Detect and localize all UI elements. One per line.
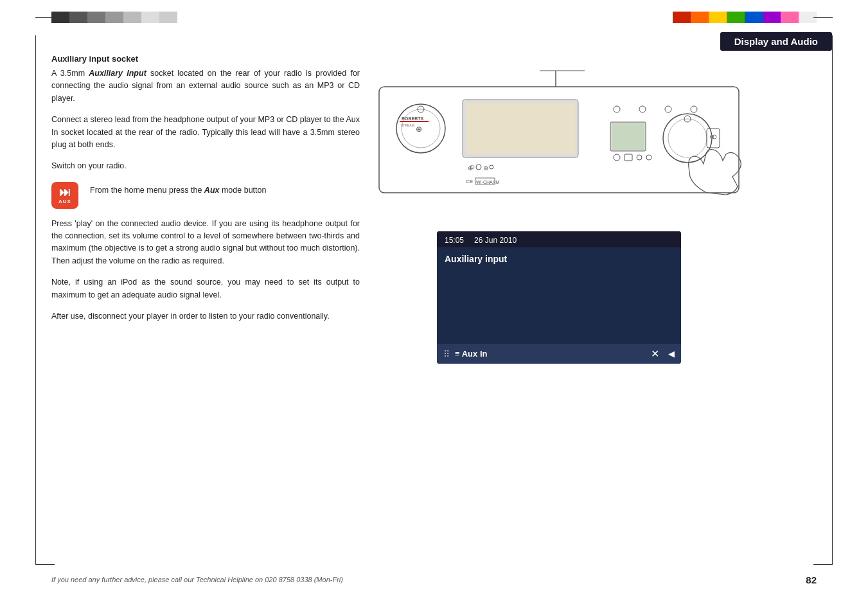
bottom-border-line-right (813, 564, 833, 565)
display-body: Auxiliary input (437, 247, 681, 344)
svg-text:⊕: ⊕ (483, 164, 488, 172)
radio-display-screen: 15:05 26 Jun 2010 Auxiliary input ⠿ ≡ Au… (437, 231, 681, 364)
svg-point-32 (614, 154, 620, 161)
display-mode-label: ≡ Aux In (455, 349, 646, 359)
svg-point-14 (490, 165, 493, 169)
color-bar-left (51, 12, 177, 23)
paragraph-5: Note, if using an iPod as the sound sour… (51, 276, 360, 301)
svg-rect-33 (624, 154, 632, 161)
top-border-line-left (35, 17, 55, 18)
svg-point-24 (663, 114, 712, 163)
page-title: Auxiliary input socket (51, 54, 138, 64)
radio-device-image: ⊕ ROBERTS STREAM ⊕ ⊕ CE WI-CHARM (366, 67, 752, 215)
display-mode-title: Auxiliary input (445, 254, 673, 264)
footer-helpline-note: If you need any further advice, please c… (51, 576, 343, 583)
bottom-border-line-left (35, 564, 55, 565)
paragraph-1: A 3.5mm Auxiliary Input socket located o… (51, 67, 360, 105)
svg-rect-8 (400, 121, 429, 122)
left-border-line (35, 35, 36, 565)
display-close-button[interactable]: ✕ (651, 348, 659, 360)
page-number: 82 (806, 574, 817, 585)
svg-point-35 (646, 155, 651, 160)
display-footer: ⠿ ≡ Aux In ✕ ◀ (437, 344, 681, 364)
svg-rect-11 (466, 103, 575, 154)
svg-point-12 (476, 164, 481, 170)
paragraph-4: Press 'play' on the connected audio devi… (51, 218, 360, 268)
aux-instruction: From the home menu press the Aux mode bu… (90, 184, 266, 197)
display-date: 26 Jun 2010 (474, 236, 517, 245)
svg-point-23 (691, 106, 697, 112)
svg-point-21 (639, 106, 646, 112)
section-header: Display and Audio (720, 32, 832, 51)
paragraph-3: Switch on your radio. (51, 160, 360, 172)
svg-point-20 (614, 106, 620, 112)
paragraph-6: After use, disconnect your player in ord… (51, 310, 360, 323)
svg-point-34 (637, 155, 642, 160)
aux-label: AUX (58, 199, 71, 204)
svg-point-22 (665, 106, 671, 112)
display-header: 15:05 26 Jun 2010 (437, 231, 681, 247)
right-border-line (832, 35, 833, 565)
color-bar-right (673, 12, 817, 23)
aux-icon-row: ⏭ AUX From the home menu press the Aux m… (51, 182, 360, 209)
content-area: A 3.5mm Auxiliary Input socket located o… (51, 67, 360, 332)
svg-text:WI-CHARM: WI-CHARM (476, 180, 500, 184)
aux-arrow-icon: ⏭ (59, 186, 71, 198)
svg-text:CE: CE (466, 179, 473, 184)
svg-text:ROBERTS: ROBERTS (402, 116, 424, 121)
svg-text:STREAM: STREAM (401, 123, 414, 127)
svg-text:⊕: ⊕ (416, 125, 422, 134)
paragraph-2: Connect a stereo lead from the headphone… (51, 114, 360, 151)
svg-rect-28 (612, 123, 644, 150)
aux-mode-button-icon: ⏭ AUX (51, 182, 78, 209)
display-menu-icon: ⠿ (443, 349, 450, 359)
svg-point-25 (668, 119, 707, 157)
top-border-line-right (813, 17, 833, 18)
svg-text:⊕: ⊕ (468, 164, 473, 172)
display-time: 15:05 (445, 236, 464, 245)
display-volume-button[interactable]: ◀ (668, 349, 675, 359)
